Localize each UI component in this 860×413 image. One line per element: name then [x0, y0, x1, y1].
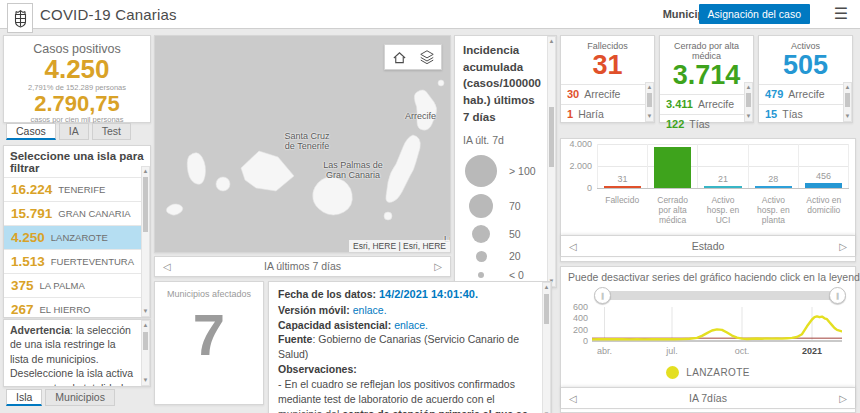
- stat-scrollbar[interactable]: ▲▼: [843, 82, 852, 122]
- bar-column[interactable]: 28: [749, 144, 799, 188]
- map-label-arrecife: Arrecife: [405, 111, 436, 121]
- tab-isla[interactable]: Isla: [6, 389, 42, 406]
- island-row-el-hierro[interactable]: 267EL HIERRO: [4, 297, 150, 318]
- scroll-up-icon[interactable]: ▲: [543, 283, 550, 292]
- legend-class: < 0: [455, 269, 556, 281]
- map-footer-label: IA últimos 7 días: [155, 260, 450, 272]
- time-range-slider[interactable]: ∥ ∥: [601, 291, 839, 300]
- island-municipios-tabs: Isla Municipios: [6, 389, 115, 406]
- legend-circle: [476, 251, 487, 262]
- line-chart-footer-label: IA 7días: [561, 392, 855, 404]
- bar-column[interactable]: 31: [597, 144, 648, 188]
- legend-circle: [465, 155, 497, 187]
- positives-total: 4.250: [4, 56, 150, 83]
- info-version-line: Versión móvil: enlace.: [278, 303, 535, 318]
- legend-circle: [478, 272, 484, 278]
- warning-text: Advertencia: la selección de una isla re…: [10, 324, 133, 387]
- stat-value: 31: [561, 51, 654, 81]
- tab-ia[interactable]: IA: [59, 123, 89, 140]
- legend-class: 50: [455, 225, 556, 243]
- legend-class: 20: [455, 250, 556, 262]
- next-arrow-icon[interactable]: ▷: [434, 261, 442, 272]
- stat-card-fallecidos: Fallecidos 31 30Arrecife 1Haría ▲▼: [560, 35, 655, 123]
- info-panel: Fecha de los datos: 14/2/2021 14:01:40. …: [268, 281, 552, 413]
- stat-scrollbar[interactable]: ▲▼: [744, 82, 753, 122]
- island-row-gran-canaria[interactable]: 15.791GRAN CANARIA: [4, 201, 150, 225]
- capacity-link[interactable]: enlace.: [394, 319, 428, 331]
- legend-field: IA últ. 7d: [455, 125, 556, 148]
- info-scrollbar[interactable]: ▲ ▼: [542, 282, 551, 413]
- scroll-down-icon[interactable]: ▼: [142, 376, 149, 385]
- series-legend-lanzarote[interactable]: LANZAROTE: [561, 366, 855, 379]
- line-chart-x-axis: abr. jul. oct. 2021: [592, 346, 842, 358]
- mobile-version-link[interactable]: enlace.: [353, 304, 387, 316]
- map-panel[interactable]: Santa Cruz de Tenerife Las Palmas de Gra…: [154, 35, 451, 253]
- stat-scrollbar[interactable]: ▲▼: [645, 82, 654, 122]
- stat-row: 30Arrecife: [561, 84, 654, 104]
- warning-scrollbar[interactable]: ▲ ▼: [141, 320, 150, 386]
- tab-test[interactable]: Test: [92, 123, 131, 140]
- stat-card-cerrado: Cerrado por alta médica 3.714 3.411Arrec…: [659, 35, 754, 123]
- line-chart-note: Puede desactivar series del gráfico haci…: [568, 271, 860, 283]
- bar-planta: [755, 186, 792, 188]
- slider-handle-left[interactable]: ∥: [594, 287, 611, 304]
- canarias-crest-logo: [7, 3, 33, 33]
- island-row-lanzarote[interactable]: 4.250LANZAROTE: [4, 225, 150, 249]
- bar-column[interactable]: 21: [698, 144, 748, 188]
- island-row-tenerife[interactable]: 16.224TENERIFE: [4, 177, 150, 201]
- bar-column[interactable]: 456: [799, 144, 849, 188]
- slider-handle-right[interactable]: ∥: [829, 287, 846, 304]
- line-chart-y-axis: 600 400 200 0: [561, 307, 588, 341]
- scroll-down-icon[interactable]: ▼: [646, 112, 653, 121]
- island-list-title: Seleccione una isla para filtrar: [4, 146, 150, 174]
- map-layers-button[interactable]: [413, 45, 441, 69]
- map-legend-panel: Incidencia acumulada (casos/100000 hab.)…: [454, 35, 557, 288]
- scroll-down-icon[interactable]: ▼: [745, 112, 752, 121]
- next-arrow-icon[interactable]: ▷: [839, 241, 847, 252]
- scroll-down-icon[interactable]: ▼: [142, 307, 149, 316]
- tab-municipios[interactable]: Municipios: [45, 389, 115, 406]
- stat-row: 479Arrecife: [759, 84, 852, 104]
- legend-scrollbar[interactable]: ▲ ▼: [547, 36, 556, 287]
- scroll-up-icon[interactable]: ▲: [844, 83, 851, 92]
- scroll-up-icon[interactable]: ▲: [142, 167, 149, 176]
- affected-value: 7: [155, 299, 263, 372]
- bar-cerrado: [654, 147, 691, 188]
- map-controls: [384, 44, 442, 70]
- hamburger-menu-icon[interactable]: ☰: [834, 4, 848, 23]
- info-capacidad-line: Capacidad asistencial: enlace.: [278, 318, 535, 333]
- series-color-dot: [666, 366, 679, 379]
- scroll-up-icon[interactable]: ▲: [745, 83, 752, 92]
- warning-panel: Advertencia: la selección de una isla re…: [3, 319, 151, 387]
- crest-icon: [13, 8, 28, 28]
- page-title: COVID-19 Canarias: [40, 6, 177, 23]
- legend-circle: [472, 225, 490, 243]
- scroll-down-icon[interactable]: ▼: [844, 112, 851, 121]
- layers-icon: [419, 49, 435, 65]
- affected-label: Municipios afectados: [155, 289, 263, 299]
- bar-chart-categories: Fallecido Cerrado por alta médica Activo…: [597, 195, 849, 229]
- island-list-panel: Seleccione una isla para filtrar 16.224T…: [3, 145, 151, 318]
- stat-row: 1Haría: [561, 104, 654, 124]
- tab-casos[interactable]: Casos: [6, 123, 56, 140]
- bar-chart-xlabel: Estado: [561, 240, 855, 252]
- map-home-button[interactable]: [385, 45, 413, 69]
- island-row-fuerteventura[interactable]: 1.513FUERTEVENTURA: [4, 249, 150, 273]
- line-series-svg: [592, 307, 842, 341]
- assign-case-button[interactable]: Asignación del caso: [699, 4, 810, 24]
- scroll-up-icon[interactable]: ▲: [646, 83, 653, 92]
- header-bar: COVID-19 Canarias Municipio Asignación d…: [0, 0, 860, 29]
- stat-row: 15Tías: [759, 104, 852, 124]
- island-row-la-palma[interactable]: 375LA PALMA: [4, 273, 150, 297]
- info-obs1: - En el cuadro se reflejan los positivos…: [278, 377, 535, 413]
- island-list-scrollbar[interactable]: ▲ ▼: [141, 166, 150, 317]
- legend-circle: [469, 194, 493, 218]
- home-icon: [392, 50, 407, 65]
- positives-per100k: 2.790,75: [4, 92, 150, 115]
- next-arrow-icon[interactable]: ▷: [839, 393, 847, 404]
- scroll-up-icon[interactable]: ▲: [142, 321, 149, 330]
- info-fuente-line: Fuente: Gobierno de Canarias (Servicio C…: [278, 332, 535, 362]
- bar-column[interactable]: [648, 144, 698, 188]
- scroll-up-icon[interactable]: ▲: [548, 37, 555, 46]
- map-label-santa-cruz: Santa Cruz de Tenerife: [267, 131, 347, 152]
